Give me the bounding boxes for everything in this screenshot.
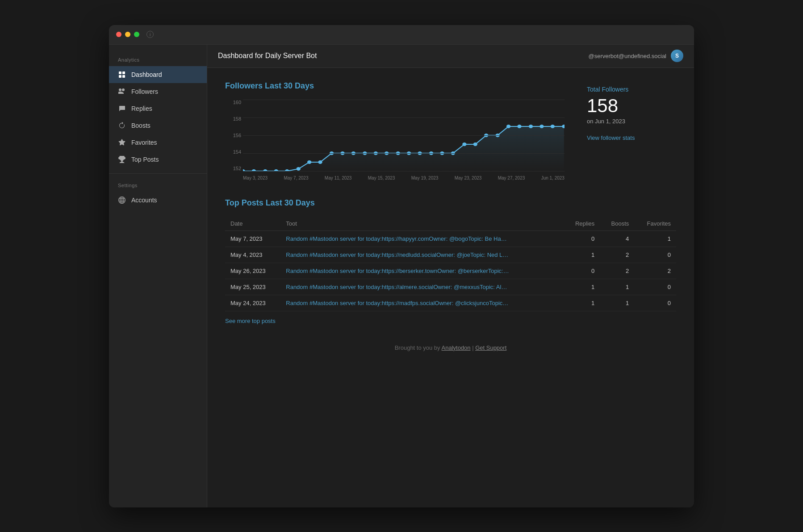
star-icon xyxy=(118,138,126,147)
svg-point-31 xyxy=(540,125,544,128)
svg-point-32 xyxy=(551,125,555,128)
total-followers-label: Total Followers xyxy=(587,86,676,93)
maximize-button[interactable] xyxy=(134,32,139,37)
app-body: Analytics Dashboard xyxy=(109,45,694,507)
cell-toot[interactable]: Random #Mastodon server for today:https:… xyxy=(280,247,564,263)
x-label-2: May 7, 2023 xyxy=(284,176,308,180)
sidebar-item-dashboard[interactable]: Dashboard xyxy=(109,66,207,83)
topbar-right: @serverbot@undefined.social S xyxy=(588,50,683,62)
analytodon-link[interactable]: Analytodon xyxy=(442,344,471,351)
refresh-icon xyxy=(118,121,126,130)
x-label-4: May 15, 2023 xyxy=(368,176,395,180)
svg-point-30 xyxy=(529,125,533,128)
y-label-158: 158 xyxy=(225,116,241,121)
cell-date: May 7, 2023 xyxy=(225,230,280,247)
cell-toot[interactable]: Random #Mastodon server for today:https:… xyxy=(280,279,564,295)
cell-replies: 0 xyxy=(564,263,600,279)
sidebar-item-followers[interactable]: Followers xyxy=(109,83,207,100)
sidebar-item-label: Favorites xyxy=(131,139,157,146)
info-icon[interactable]: i xyxy=(146,31,154,38)
cell-boosts: 1 xyxy=(600,279,634,295)
table-row: May 25, 2023 Random #Mastodon server for… xyxy=(225,279,676,295)
settings-section-label: Settings xyxy=(109,179,207,192)
total-followers-date: on Jun 1, 2023 xyxy=(587,118,676,125)
sidebar-divider xyxy=(109,173,207,174)
svg-point-28 xyxy=(506,125,510,128)
svg-point-24 xyxy=(462,142,466,146)
cell-date: May 26, 2023 xyxy=(225,263,280,279)
cell-toot[interactable]: Random #Mastodon server for today:https:… xyxy=(280,263,564,279)
cell-favorites: 1 xyxy=(634,230,676,247)
toot-link[interactable]: Random #Mastodon server for today:https:… xyxy=(286,235,509,242)
total-followers-count: 158 xyxy=(587,96,676,115)
cell-boosts: 4 xyxy=(600,230,634,247)
trophy-icon xyxy=(118,155,126,163)
toot-link[interactable]: Random #Mastodon server for today:https:… xyxy=(286,284,509,290)
top-posts-section: Top Posts Last 30 Days Date Toot Replies… xyxy=(225,198,676,325)
x-label-1: May 3, 2023 xyxy=(243,176,268,180)
svg-point-9 xyxy=(297,167,301,171)
cell-date: May 25, 2023 xyxy=(225,279,280,295)
cell-boosts: 2 xyxy=(600,263,634,279)
svg-point-29 xyxy=(517,125,521,128)
main-content: Dashboard for Daily Server Bot @serverbo… xyxy=(207,45,694,507)
stats-panel: Total Followers 158 on Jun 1, 2023 View … xyxy=(578,81,676,180)
cell-replies: 1 xyxy=(564,247,600,263)
top-posts-title: Top Posts Last 30 Days xyxy=(225,198,676,208)
grid-line xyxy=(243,100,565,100)
cell-favorites: 0 xyxy=(634,247,676,263)
toot-link[interactable]: Random #Mastodon server for today:https:… xyxy=(286,251,509,258)
table-header-row: Date Toot Replies Boosts Favorites xyxy=(225,217,676,231)
y-label-160: 160 xyxy=(225,100,241,105)
sidebar-item-replies[interactable]: Replies xyxy=(109,100,207,117)
svg-rect-1 xyxy=(122,71,125,74)
sidebar-item-label: Dashboard xyxy=(131,71,162,78)
sidebar-item-favorites[interactable]: Favorites xyxy=(109,134,207,151)
titlebar: i xyxy=(109,25,694,45)
grid-line xyxy=(243,117,565,118)
sidebar-item-boosts[interactable]: Boosts xyxy=(109,117,207,134)
cell-replies: 1 xyxy=(564,279,600,295)
svg-point-11 xyxy=(318,160,322,164)
toot-link[interactable]: Random #Mastodon server for today:https:… xyxy=(286,268,509,274)
sidebar: Analytics Dashboard xyxy=(109,45,207,507)
grid-line xyxy=(243,153,565,154)
x-label-3: May 11, 2023 xyxy=(325,176,352,180)
footer: Brought to you by Analytodon | Get Suppo… xyxy=(225,334,676,362)
sidebar-item-label: Accounts xyxy=(131,197,157,204)
sidebar-item-label: Top Posts xyxy=(131,156,159,163)
footer-separator: | xyxy=(471,344,476,351)
get-support-link[interactable]: Get Support xyxy=(475,344,506,351)
sidebar-item-label: Boosts xyxy=(131,122,151,129)
cell-favorites: 0 xyxy=(634,279,676,295)
svg-rect-0 xyxy=(119,71,121,74)
sidebar-item-top-posts[interactable]: Top Posts xyxy=(109,151,207,168)
x-label-6: May 23, 2023 xyxy=(455,176,482,180)
avatar: S xyxy=(671,50,683,62)
cell-boosts: 2 xyxy=(600,247,634,263)
cell-toot[interactable]: Random #Mastodon server for today:https:… xyxy=(280,295,564,311)
cell-toot[interactable]: Random #Mastodon server for today:https:… xyxy=(280,230,564,247)
followers-chart-title: Followers Last 30 Days xyxy=(225,81,565,91)
analytics-section-label: Analytics xyxy=(109,54,207,66)
table-row: May 7, 2023 Random #Mastodon server for … xyxy=(225,230,676,247)
minimize-button[interactable] xyxy=(125,32,130,37)
see-more-top-posts-link[interactable]: See more top posts xyxy=(225,318,276,324)
table-row: May 26, 2023 Random #Mastodon server for… xyxy=(225,263,676,279)
username-display: @serverbot@undefined.social xyxy=(588,53,666,59)
people-icon xyxy=(118,88,126,96)
y-label-152: 152 xyxy=(225,166,241,171)
view-follower-stats-link[interactable]: View follower stats xyxy=(587,134,635,141)
grid-line xyxy=(243,135,565,136)
table-row: May 4, 2023 Random #Mastodon server for … xyxy=(225,247,676,263)
page-title: Dashboard for Daily Server Bot xyxy=(218,52,317,60)
cell-date: May 24, 2023 xyxy=(225,295,280,311)
toot-link[interactable]: Random #Mastodon server for today:https:… xyxy=(286,300,509,306)
app-window: i Analytics Dashboard xyxy=(109,25,694,507)
close-button[interactable] xyxy=(116,32,121,37)
cell-date: May 4, 2023 xyxy=(225,247,280,263)
x-label-5: May 19, 2023 xyxy=(411,176,439,180)
col-header-date: Date xyxy=(225,217,280,231)
traffic-lights: i xyxy=(116,31,154,38)
sidebar-item-accounts[interactable]: Accounts xyxy=(109,192,207,209)
